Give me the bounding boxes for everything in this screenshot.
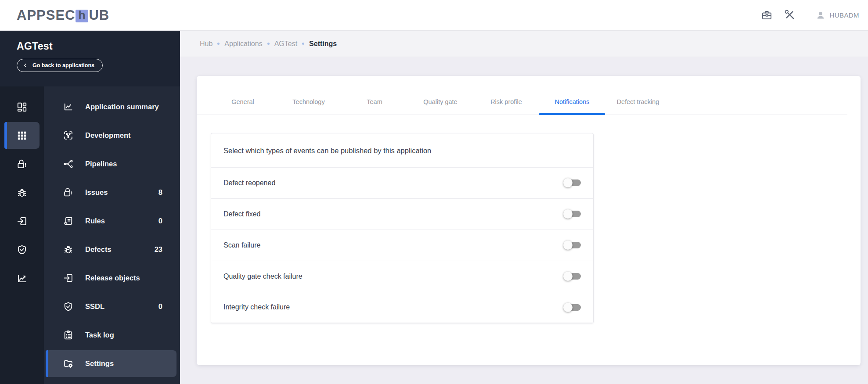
briefcase-icon[interactable]	[761, 9, 773, 21]
card-heading: Select which types of events can be publ…	[211, 133, 448, 167]
apps-grid-icon	[16, 130, 28, 141]
toggle-integrity-check-failure[interactable]	[563, 302, 581, 312]
tab-technology[interactable]: Technology	[276, 89, 342, 115]
settings-folder-icon	[63, 358, 74, 369]
header-right: HUBADM	[749, 9, 859, 21]
breadcrumb-separator-dot	[302, 43, 304, 45]
top-header: APPSEC h UB HUBADM	[0, 0, 868, 31]
shield-check-icon	[63, 301, 74, 312]
sidebar-item-badge: 23	[155, 245, 162, 254]
sidebar-item-release-objects[interactable]: Release objects	[44, 264, 180, 292]
event-row-scan-failure: Scan failure	[211, 230, 593, 261]
bug-icon	[16, 187, 28, 198]
breadcrumb-item-settings[interactable]: Settings	[309, 40, 337, 48]
sidebar-item-badge: 8	[158, 188, 162, 197]
user-menu[interactable]: HUBADM	[815, 10, 859, 21]
toggle-quality-gate-check-failure[interactable]	[563, 272, 581, 281]
rail-item-bug[interactable]	[0, 178, 44, 207]
logo-h-square: h	[76, 10, 88, 22]
settings-panel: GeneralTechnologyTeamQuality gateRisk pr…	[197, 76, 861, 365]
event-row-defect-fixed: Defect fixed	[211, 198, 593, 230]
notifications-card: Select which types of events can be publ…	[211, 133, 594, 323]
chart-icon	[16, 273, 28, 284]
rail-item-release[interactable]	[0, 207, 44, 235]
sidebar-item-development[interactable]: Development	[44, 121, 180, 150]
pipelines-icon	[63, 158, 74, 169]
tab-notifications[interactable]: Notifications	[539, 89, 605, 115]
shield-check-icon	[16, 244, 28, 255]
toggle-thumb	[563, 178, 573, 187]
unlock-alert-icon	[16, 158, 28, 170]
tab-team[interactable]: Team	[342, 89, 407, 115]
user-name: HUBADM	[830, 11, 859, 19]
event-row-quality-gate-check-failure: Quality gate check failure	[211, 261, 593, 292]
toggle-defect-reopened[interactable]	[563, 178, 581, 188]
rail-item-unlock-alert[interactable]	[0, 150, 44, 178]
logo-h-letter: h	[78, 10, 86, 21]
appsechub-logo: APPSEC h UB	[17, 7, 109, 23]
line-chart-icon	[63, 101, 74, 112]
event-row-defect-reopened: Defect reopened	[211, 167, 593, 198]
user-icon	[815, 10, 826, 21]
sidebar-item-application-summary[interactable]: Application summary	[44, 93, 180, 121]
tab-quality-gate[interactable]: Quality gate	[407, 89, 473, 115]
sidebar-item-defects[interactable]: Defects23	[44, 235, 180, 264]
logo-prefix: APPSEC	[17, 7, 75, 23]
rail-item-shield-check[interactable]	[0, 235, 44, 264]
event-label: Quality gate check failure	[223, 273, 303, 280]
toggle-thumb	[563, 303, 573, 312]
icon-rail	[0, 86, 44, 384]
sidebar-item-task-log[interactable]: Task log	[44, 321, 180, 349]
breadcrumb: HubApplicationsAGTestSettings	[180, 31, 868, 57]
rail-item-apps-grid[interactable]	[0, 121, 44, 150]
sidebar-item-badge: 0	[158, 302, 162, 311]
sidebar-item-settings[interactable]: Settings	[44, 349, 180, 378]
event-row-integrity-check-failure: Integrity check failure	[211, 292, 593, 323]
rules-icon	[63, 215, 74, 226]
tab-general[interactable]: General	[210, 89, 276, 115]
application-name: AGTest	[17, 40, 180, 52]
unlock-alert-icon	[63, 187, 74, 198]
sidebar-body: Application summaryDevelopmentPipelinesI…	[0, 86, 180, 384]
sidebar-item-label: Development	[85, 131, 131, 140]
sidebar-item-ssdl[interactable]: SSDL0	[44, 292, 180, 321]
sidebar-item-rules[interactable]: Rules0	[44, 207, 180, 235]
sidebar: AGTest Go back to applications Applicati…	[0, 31, 180, 384]
release-icon	[16, 215, 28, 227]
sidebar-item-label: Pipelines	[85, 160, 117, 168]
sidebar-item-label: Rules	[85, 217, 105, 225]
breadcrumb-separator-dot	[217, 43, 220, 45]
sidebar-item-label: Issues	[85, 188, 108, 197]
sidebar-item-issues[interactable]: Issues8	[44, 178, 180, 207]
tools-icon[interactable]	[784, 9, 796, 21]
toggle-rows: Defect reopenedDefect fixedScan failureQ…	[211, 167, 593, 323]
tab-risk-profile[interactable]: Risk profile	[473, 89, 539, 115]
task-log-icon	[63, 330, 74, 341]
main-area: HubApplicationsAGTestSettings GeneralTec…	[180, 31, 868, 384]
sidebar-menu: Application summaryDevelopmentPipelinesI…	[44, 86, 180, 384]
go-back-label: Go back to applications	[32, 62, 94, 68]
event-label: Integrity check failure	[223, 303, 290, 311]
event-label: Scan failure	[223, 241, 261, 249]
release-icon	[63, 273, 74, 284]
go-back-button[interactable]: Go back to applications	[17, 59, 103, 72]
tab-defect-tracking[interactable]: Defect tracking	[605, 89, 671, 115]
breadcrumb-separator-dot	[267, 43, 270, 45]
breadcrumb-item-applications[interactable]: Applications	[224, 40, 262, 48]
sidebar-item-label: Defects	[85, 245, 112, 254]
logo-suffix: UB	[89, 7, 109, 23]
bug-icon	[63, 244, 74, 255]
toggle-thumb	[563, 240, 573, 250]
sidebar-item-pipelines[interactable]: Pipelines	[44, 150, 180, 178]
toggle-defect-fixed[interactable]	[563, 209, 581, 219]
breadcrumb-item-hub[interactable]: Hub	[200, 40, 212, 48]
sidebar-item-label: Task log	[85, 331, 114, 339]
toggle-scan-failure[interactable]	[563, 240, 581, 250]
dashboard-icon	[16, 101, 28, 113]
settings-tabs: GeneralTechnologyTeamQuality gateRisk pr…	[197, 89, 847, 115]
rail-item-chart[interactable]	[0, 264, 44, 292]
event-label: Defect reopened	[223, 179, 275, 187]
breadcrumb-item-agtest[interactable]: AGTest	[274, 40, 297, 48]
development-icon	[63, 130, 74, 141]
rail-item-dashboard[interactable]	[0, 93, 44, 121]
